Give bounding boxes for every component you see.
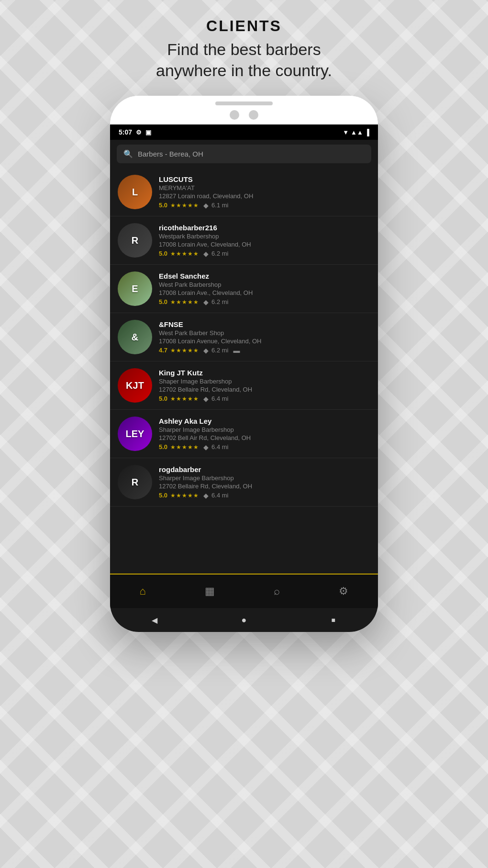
rating-number: 5.0 <box>159 298 167 305</box>
diamond-icon: ◆ <box>203 347 209 354</box>
phone-top <box>110 96 378 124</box>
avatar-initials: R <box>132 477 138 488</box>
star-icon: ★ <box>193 444 199 451</box>
barber-address: 12702 Bellaire Rd, Cleveland, OH <box>159 386 370 393</box>
star-icon: ★ <box>176 444 181 451</box>
speaker-dot <box>249 110 258 120</box>
page-subtitle: Find the best barbersanywhere in the cou… <box>0 39 488 81</box>
android-home-button[interactable] <box>237 613 251 627</box>
search-input[interactable]: Barbers - Berea, OH <box>138 150 203 158</box>
star-icon: ★ <box>188 444 193 451</box>
barber-info: ricothebarber216 Westpark Barbershop 170… <box>159 224 370 258</box>
star-icon: ★ <box>188 250 193 257</box>
barber-address: 12827 Lorain road, Cleveland, OH <box>159 192 370 200</box>
star-rating: ★★★★★ <box>170 492 199 499</box>
avatar-initials: KJT <box>126 380 144 391</box>
page-title: CLIENTS <box>0 17 488 35</box>
star-icon: ★ <box>193 492 199 499</box>
barber-shop: MERYMA'AT <box>159 184 370 192</box>
star-icon: ★ <box>176 395 181 402</box>
barber-shop: Sharper Image Barbershop <box>159 426 370 433</box>
barber-list-item[interactable]: R rogdabarber Sharper Image Barbershop 1… <box>110 458 378 507</box>
barber-address: 17008 Lorain Ave., Cleveland, OH <box>159 289 370 296</box>
star-icon: ★ <box>182 202 187 209</box>
payment-card-icon: ▬ <box>233 347 240 354</box>
barber-name: ricothebarber216 <box>159 224 370 232</box>
android-back-button[interactable] <box>148 613 161 627</box>
nav-calendar[interactable]: ▦ <box>205 585 215 597</box>
sim-status-icon: ▣ <box>145 129 151 136</box>
barber-list: L LUSCUTS MERYMA'AT 12827 Lorain road, C… <box>110 168 378 574</box>
search-icon: 🔍 <box>123 149 133 158</box>
diamond-icon: ◆ <box>203 298 209 306</box>
star-icon: ★ <box>170 202 176 209</box>
nav-settings[interactable]: ⚙ <box>339 585 348 597</box>
star-icon: ★ <box>170 250 176 257</box>
barber-name: Edsel Sanchez <box>159 272 370 280</box>
avatar-initials: & <box>132 332 138 343</box>
barber-avatar: E <box>118 271 152 306</box>
nav-home[interactable]: ⌂ <box>140 585 146 597</box>
star-icon: ★ <box>193 250 199 257</box>
star-rating: ★★★★★ <box>170 395 199 402</box>
barber-list-item[interactable]: L LUSCUTS MERYMA'AT 12827 Lorain road, C… <box>110 168 378 216</box>
barber-address: 12702 Bellaire Rd, Cleveland, OH <box>159 483 370 490</box>
avatar-initials: E <box>132 283 138 294</box>
barber-list-item[interactable]: KJT King JT Kutz Shaper Image Barbershop… <box>110 361 378 410</box>
star-rating: ★★★★★ <box>170 444 199 451</box>
barber-info: LUSCUTS MERYMA'AT 12827 Lorain road, Cle… <box>159 175 370 209</box>
rating-number: 5.0 <box>159 250 167 257</box>
barber-shop: Westpark Barbershop <box>159 233 370 240</box>
star-icon: ★ <box>193 347 199 354</box>
barber-shop: Shaper Image Barbershop <box>159 378 370 385</box>
distance-label: 6.4 mi <box>211 492 228 499</box>
star-icon: ★ <box>176 299 181 305</box>
barber-address: 12702 Bell Air Rd, Cleveland, OH <box>159 434 370 441</box>
barber-list-item[interactable]: R ricothebarber216 Westpark Barbershop 1… <box>110 216 378 265</box>
barber-avatar: R <box>118 223 152 258</box>
barber-info: Edsel Sanchez West Park Barbershop 17008… <box>159 272 370 306</box>
barber-avatar: R <box>118 465 152 499</box>
star-icon: ★ <box>176 202 181 209</box>
battery-icon: ▐ <box>365 129 369 136</box>
barber-list-item[interactable]: E Edsel Sanchez West Park Barbershop 170… <box>110 265 378 313</box>
rating-number: 5.0 <box>159 202 167 209</box>
barber-shop: West Park Barbershop <box>159 281 370 288</box>
avatar-initials: LEY <box>126 428 144 440</box>
barber-name: rogdabarber <box>159 465 370 473</box>
avatar-initials: R <box>132 235 138 246</box>
android-recents-button[interactable] <box>327 613 340 627</box>
nav-search[interactable]: ⌕ <box>274 585 280 597</box>
star-icon: ★ <box>176 492 181 499</box>
barber-meta: 5.0 ★★★★★ ◆ 6.4 mi <box>159 443 370 451</box>
diamond-icon: ◆ <box>203 250 209 258</box>
calendar-icon: ▦ <box>205 585 215 597</box>
camera-dot <box>230 110 239 120</box>
barber-list-item[interactable]: LEY Ashley Aka Ley Sharper Image Barbers… <box>110 410 378 458</box>
barber-address: 17008 Lorain Ave, Cleveland, OH <box>159 241 370 248</box>
rating-number: 5.0 <box>159 395 167 402</box>
barber-info: King JT Kutz Shaper Image Barbershop 127… <box>159 369 370 403</box>
barber-list-item[interactable]: & &FNSE West Park Barber Shop 17008 Lora… <box>110 313 378 361</box>
home-icon: ⌂ <box>140 585 146 597</box>
star-rating: ★★★★★ <box>170 347 199 354</box>
star-icon: ★ <box>193 299 199 305</box>
status-left: 5:07 ⚙ ▣ <box>119 128 151 136</box>
phone-android-nav <box>110 608 378 632</box>
wifi-icon: ▼ <box>343 129 349 136</box>
barber-name: Ashley Aka Ley <box>159 417 370 425</box>
barber-info: &FNSE West Park Barber Shop 17008 Lorain… <box>159 320 370 354</box>
status-bar: 5:07 ⚙ ▣ ▼ ▲▲ ▐ <box>110 124 378 140</box>
phone-screen: 5:07 ⚙ ▣ ▼ ▲▲ ▐ 🔍 Barbers - Berea, OH L … <box>110 124 378 608</box>
star-icon: ★ <box>176 347 181 354</box>
barber-meta: 5.0 ★★★★★ ◆ 6.4 mi <box>159 395 370 403</box>
rating-number: 4.7 <box>159 347 167 354</box>
barber-avatar: & <box>118 320 152 354</box>
diamond-icon: ◆ <box>203 202 209 209</box>
distance-label: 6.2 mi <box>211 347 228 354</box>
star-icon: ★ <box>182 492 187 499</box>
search-bar[interactable]: 🔍 Barbers - Berea, OH <box>117 145 371 163</box>
star-rating: ★★★★★ <box>170 299 199 305</box>
barber-info: rogdabarber Sharper Image Barbershop 127… <box>159 465 370 499</box>
phone-mockup: 5:07 ⚙ ▣ ▼ ▲▲ ▐ 🔍 Barbers - Berea, OH L … <box>110 96 378 632</box>
